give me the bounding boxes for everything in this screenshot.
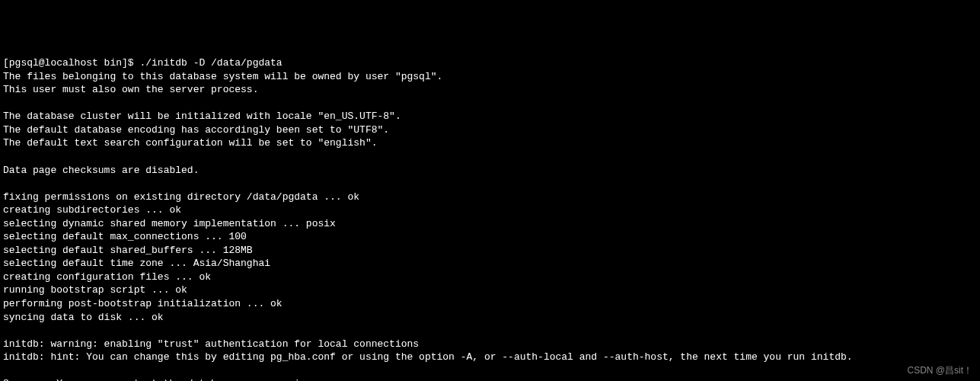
terminal-line: initdb: warning: enabling "trust" authen… (3, 338, 977, 351)
terminal-line: The default text search configuration wi… (3, 136, 977, 150)
terminal-line (3, 324, 977, 338)
terminal-line: initdb: hint: You can change this by edi… (3, 351, 977, 364)
terminal-line: creating configuration files ... ok (3, 271, 977, 284)
terminal-line: selecting default max_connections ... 10… (3, 230, 977, 244)
terminal-line: syncing data to disk ... ok (3, 311, 977, 325)
terminal-line (3, 177, 977, 190)
terminal-line: running bootstrap script ... ok (3, 283, 977, 297)
terminal-line (3, 364, 977, 378)
terminal-line: selecting default time zone ... Asia/Sha… (3, 257, 977, 271)
terminal-line: This user must also own the server proce… (3, 83, 977, 97)
terminal-line (3, 97, 977, 110)
terminal-line: fixing permissions on existing directory… (3, 190, 977, 204)
terminal-line: The database cluster will be initialized… (3, 110, 977, 123)
terminal-line: selecting dynamic shared memory implemen… (3, 217, 977, 231)
terminal-line: Data page checksums are disabled. (3, 164, 977, 178)
watermark-text: CSDN @昌sit！ (907, 364, 972, 376)
terminal-line: The default database encoding has accord… (3, 123, 977, 137)
terminal-line: performing post-bootstrap initialization… (3, 297, 977, 311)
terminal-line: selecting default shared_buffers ... 128… (3, 244, 977, 258)
terminal-line (3, 150, 977, 164)
terminal-line: [pgsql@localhost bin]$ ./initdb -D /data… (3, 56, 977, 70)
terminal-line: The files belonging to this database sys… (3, 70, 977, 84)
terminal-output[interactable]: [pgsql@localhost bin]$ ./initdb -D /data… (3, 56, 977, 381)
terminal-line: creating subdirectories ... ok (3, 203, 977, 217)
terminal-line: Success. You can now start the database … (3, 377, 977, 381)
